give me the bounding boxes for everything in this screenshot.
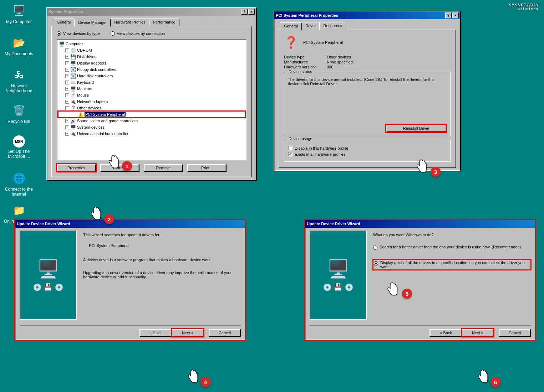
reinstall-driver-button[interactable]: Reinstall Driver (386, 124, 447, 132)
tree-item[interactable]: Disk drives (77, 55, 96, 59)
trash-icon: 🗑️ (12, 103, 26, 118)
group-legend: Device status (287, 69, 314, 74)
folder-icon: 📂 (12, 36, 26, 50)
callout-3: 3 (431, 167, 441, 177)
wizard-text: Upgrading to a newer version of a device… (83, 270, 241, 279)
cancel-button[interactable]: Cancel (209, 329, 241, 337)
desktop-icon-connect[interactable]: 🌐Connect to the Internet (3, 171, 35, 197)
manufacturer-value: None specified. (327, 60, 354, 64)
expand-icon[interactable]: + (65, 68, 69, 72)
titlebar-system-properties[interactable]: System Properties ? × (47, 8, 256, 16)
brand-name: SYSNETTECH (509, 3, 539, 7)
next-button[interactable]: Next > (172, 329, 204, 337)
tree-root[interactable]: Computer (66, 42, 83, 46)
desktop-icon-my-documents[interactable]: 📂My Documents (3, 36, 35, 56)
expand-icon[interactable]: + (65, 81, 69, 84)
expand-icon[interactable]: + (65, 48, 69, 52)
group-legend: Device usage (287, 136, 314, 141)
expand-icon[interactable]: + (65, 74, 69, 78)
tree-item[interactable]: CDROM (77, 48, 92, 52)
radio-view-by-type[interactable]: View devices by type (57, 31, 100, 36)
refresh-button[interactable]: Refresh (100, 164, 139, 172)
expand-icon[interactable]: + (65, 93, 69, 97)
wizard-graphic: 🖥️💿 💾 💿 (20, 231, 77, 320)
tree-item[interactable]: Universal serial bus controller (77, 131, 128, 136)
expand-icon[interactable]: + (65, 125, 69, 129)
question-icon: ❓ (284, 36, 298, 49)
sound-icon: 🔊 (70, 118, 76, 124)
hw-version-key: Hardware version: (284, 65, 327, 69)
desktop-icon-recycle-bin[interactable]: 🗑️Recycle Bin (3, 103, 35, 124)
expand-icon[interactable]: + (65, 87, 69, 91)
tree-item[interactable]: Mouse (77, 93, 89, 97)
checkbox-disable-profile[interactable]: Disable in this hardware profile (288, 146, 447, 150)
wizard-graphic: 🖥️💿 💾 💿 (310, 231, 367, 320)
keyboard-icon: ⌨️ (70, 79, 76, 85)
help-button[interactable]: ? (241, 9, 248, 15)
close-button[interactable]: × (452, 12, 459, 18)
tree-item[interactable]: Network adapters (77, 99, 108, 104)
back-button[interactable]: < Back (429, 329, 462, 337)
tree-item-other-devices[interactable]: Other devices (77, 106, 101, 110)
desktop-icon-my-computer[interactable]: 🖥️My Computer (3, 4, 35, 24)
question-icon: ❓ (70, 105, 76, 111)
desktop-icon-msn[interactable]: MSNSet Up The Microsoft ... (3, 135, 35, 159)
window-system-properties: System Properties ? × General Device Man… (46, 7, 257, 181)
computer-icon: 🖥️ (12, 4, 26, 18)
collapse-icon[interactable]: − (65, 106, 69, 110)
tree-item[interactable]: Monitors (77, 87, 92, 91)
remove-button[interactable]: Remove (144, 164, 183, 172)
expand-icon[interactable]: + (65, 119, 69, 123)
titlebar-wizard1[interactable]: Update Device Driver Wizard (15, 220, 245, 228)
cancel-button[interactable]: Cancel (499, 329, 531, 337)
device-name-label: PCI System Peripheral (303, 40, 343, 45)
network-icon: 🖧 (12, 68, 26, 82)
callout-6: 6 (490, 377, 500, 387)
device-type-value: Other devices (327, 55, 351, 59)
usb-icon: 🔌 (70, 131, 76, 136)
expand-icon[interactable]: + (65, 61, 69, 65)
tab-resources[interactable]: Resources (319, 22, 346, 30)
network-adapter-icon: 🔌 (70, 99, 76, 104)
tab-driver[interactable]: Driver (301, 22, 320, 30)
tree-item[interactable]: Keyboard (77, 80, 94, 84)
tree-item[interactable]: Hard disk controllers (77, 74, 113, 78)
status-text: The drivers for this device are not inst… (288, 77, 447, 86)
wizard-heading: What do you want Windows to do? (373, 233, 531, 237)
callout-4: 4 (200, 377, 210, 387)
radio-search-better-driver[interactable]: Search for a better driver than the one … (373, 245, 531, 250)
tree-item[interactable]: Display adapters (77, 61, 106, 65)
tab-general[interactable]: General (280, 22, 302, 30)
window-title: Update Device Driver Wizard (307, 222, 534, 226)
callout-5: 5 (402, 289, 412, 299)
properties-button[interactable]: Properties (57, 164, 96, 172)
tab-performance[interactable]: Performance (149, 19, 179, 26)
print-button[interactable]: Print... (187, 164, 227, 172)
display-icon: 🖥️ (70, 60, 76, 66)
radio-display-driver-list[interactable]: Display a list of all the drivers in a s… (373, 260, 531, 270)
folder-icon: 📁 (12, 203, 26, 217)
tab-device-manager[interactable]: Device Manager (74, 19, 111, 27)
cursor-hand-icon (416, 159, 427, 173)
tree-item-pci-peripheral[interactable]: PCI System Peripheral (85, 112, 126, 117)
cursor-hand-icon (386, 282, 398, 296)
checkbox-exists-all-profiles[interactable]: Exists in all hardware profiles (288, 152, 447, 156)
titlebar-wizard2[interactable]: Update Device Driver Wizard (305, 220, 535, 228)
tree-item[interactable]: System devices (77, 125, 105, 129)
expand-icon[interactable]: + (65, 100, 69, 104)
tab-hardware-profiles[interactable]: Hardware Profiles (110, 19, 149, 26)
titlebar-device-properties[interactable]: PCI System Peripheral Properties ? × (274, 11, 460, 19)
close-button[interactable]: × (248, 9, 255, 15)
device-usage-group: Device usage Disable in this hardware pr… (284, 139, 451, 162)
tab-general[interactable]: General (53, 19, 75, 26)
help-button[interactable]: ? (445, 12, 452, 18)
tree-item[interactable]: Floppy disk controllers (77, 67, 116, 72)
radio-view-by-connection[interactable]: View devices by connection (111, 31, 165, 36)
expand-icon[interactable]: + (65, 132, 69, 136)
desktop-icon-network[interactable]: 🖧Network Neighborhood (3, 68, 35, 93)
globe-icon: 🌐 (12, 171, 26, 185)
expand-icon[interactable]: + (65, 55, 69, 59)
device-tree[interactable]: 🖥️Computer +💿CDROM +💾Disk drives +🖥️Disp… (57, 39, 246, 160)
tree-item[interactable]: Sound, video and game controllers (77, 119, 138, 123)
next-button[interactable]: Next > (462, 329, 494, 337)
